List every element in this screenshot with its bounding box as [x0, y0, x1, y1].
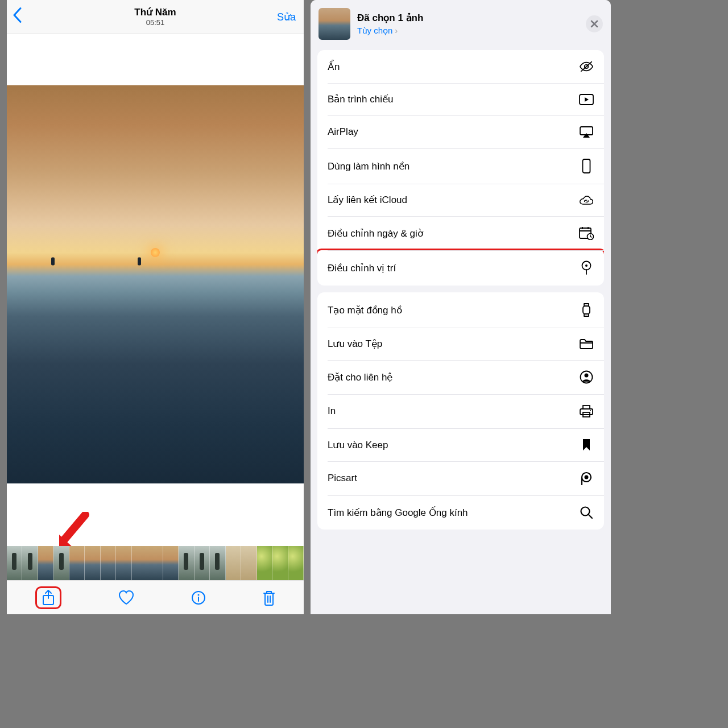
action-label: In [328, 406, 579, 417]
action-row-eye-slash[interactable]: Ẩn [317, 50, 604, 83]
action-label: Đặt cho liên hệ [328, 371, 579, 383]
action-label: AirPlay [328, 126, 579, 138]
picsart-icon [579, 471, 594, 485]
calendar-clock-icon [579, 226, 594, 240]
action-row-folder[interactable]: Lưu vào Tệp [317, 328, 604, 360]
share-sheet: Đã chọn 1 ảnh Tùy chọn› ẨnBản trình chiế… [311, 0, 611, 614]
folder-icon [579, 338, 594, 350]
photo-detail-screen: Thứ Năm 05:51 Sửa [7, 0, 304, 614]
action-label: Điều chỉnh ngày & giờ [328, 228, 579, 239]
action-label: Lấy liên kết iCloud [328, 194, 579, 206]
share-sheet-header: Đã chọn 1 ảnh Tùy chọn› [311, 0, 611, 50]
action-row-contact[interactable]: Đặt cho liên hệ [317, 360, 604, 394]
photo-viewport[interactable] [7, 34, 304, 483]
action-group-2: Tạo mặt đồng hồLưu vào TệpĐặt cho liên h… [317, 292, 604, 530]
printer-icon [579, 404, 594, 418]
thumbnail-strip[interactable] [7, 546, 304, 580]
airplay-icon [579, 126, 594, 138]
action-row-bookmark[interactable]: Lưu vào Keep [317, 428, 604, 461]
action-label: Tạo mặt đồng hồ [328, 304, 579, 316]
svg-rect-11 [583, 306, 590, 314]
action-row-airplay[interactable]: AirPlay [317, 115, 604, 148]
action-label: Ẩn [328, 61, 579, 73]
play-rect-icon [579, 94, 594, 105]
svg-point-2 [197, 594, 199, 595]
action-row-search[interactable]: Tìm kiếm bằng Google Ống kính [317, 495, 604, 530]
cloud-link-icon [579, 195, 594, 206]
left-footer-toolbar [7, 580, 304, 614]
watch-icon [579, 303, 594, 317]
action-row-cloud-link[interactable]: Lấy liên kết iCloud [317, 184, 604, 216]
search-icon [579, 506, 594, 519]
chevron-right-icon: › [395, 26, 398, 35]
bookmark-icon [579, 439, 594, 451]
svg-rect-6 [583, 159, 590, 173]
svg-point-19 [585, 475, 589, 479]
action-row-printer[interactable]: In [317, 394, 604, 428]
header-day: Thứ Năm [134, 7, 176, 18]
phone-icon [579, 159, 594, 173]
left-header: Thứ Năm 05:51 Sửa [7, 0, 304, 34]
selection-title: Đã chọn 1 ảnh [357, 12, 423, 24]
header-time: 05:51 [134, 18, 176, 27]
action-row-play-rect[interactable]: Bản trình chiếu [317, 83, 604, 115]
close-button[interactable] [586, 15, 603, 32]
action-label: Lưu vào Keep [328, 439, 579, 451]
location-pin-icon [579, 260, 594, 275]
action-label: Tìm kiếm bằng Google Ống kính [328, 507, 579, 519]
main-photo [7, 85, 304, 483]
header-title-block: Thứ Năm 05:51 [134, 7, 176, 27]
favorite-button[interactable] [118, 590, 135, 606]
action-row-picsart[interactable]: Picsart [317, 461, 604, 495]
options-button[interactable]: Tùy chọn› [357, 26, 423, 36]
svg-point-13 [585, 374, 589, 378]
edit-button[interactable]: Sửa [277, 11, 296, 23]
svg-rect-15 [583, 406, 590, 409]
back-button[interactable] [13, 7, 22, 27]
svg-point-10 [585, 264, 588, 267]
svg-rect-14 [580, 409, 593, 415]
action-label: Bản trình chiếu [328, 93, 579, 105]
delete-button[interactable] [262, 590, 276, 606]
action-group-1: ẨnBản trình chiếuAirPlayDùng làm hình nề… [317, 50, 604, 286]
action-row-watch[interactable]: Tạo mặt đồng hồ [317, 292, 604, 328]
share-button[interactable] [35, 586, 61, 609]
action-row-location-pin[interactable]: Điều chỉnh vị trí [317, 249, 604, 286]
svg-point-17 [590, 410, 591, 411]
action-row-calendar-clock[interactable]: Điều chỉnh ngày & giờ [317, 216, 604, 250]
action-label: Lưu vào Tệp [328, 338, 579, 350]
action-label: Dùng làm hình nền [328, 160, 579, 172]
action-label: Điều chỉnh vị trí [328, 262, 579, 274]
action-label: Picsart [328, 473, 579, 484]
info-button[interactable] [191, 590, 206, 605]
eye-slash-icon [579, 60, 594, 73]
contact-icon [579, 370, 594, 384]
action-row-phone[interactable]: Dùng làm hình nền [317, 148, 604, 184]
share-thumbnail [318, 8, 350, 40]
